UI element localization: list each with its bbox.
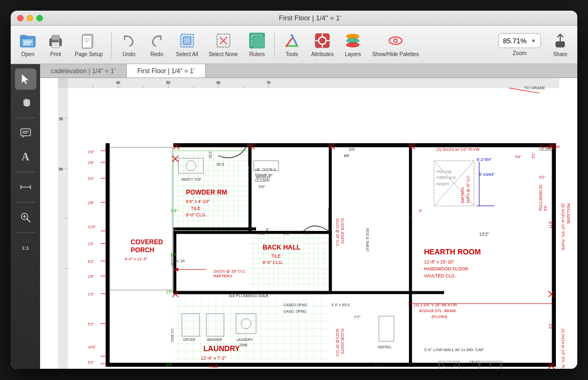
sidebar-divider-2: [16, 172, 35, 172]
svg-text:2'4": 2'4": [88, 150, 95, 154]
svg-text:13'2": 13'2": [479, 231, 489, 237]
svg-point-48: [346, 38, 359, 43]
svg-text:TILE: TILE: [208, 363, 218, 369]
svg-rect-175: [552, 143, 556, 364]
svg-text:6'2": 6'2": [539, 175, 546, 179]
show-hide-label: Show/Hide Palettes: [372, 51, 419, 57]
arrow-tool[interactable]: [15, 68, 36, 90]
separator-1: [111, 32, 112, 58]
svg-point-47: [346, 34, 359, 38]
tools-button[interactable]: Tools: [279, 30, 305, 59]
tab-cadelevation[interactable]: cadelevation | 1/4" = 1': [40, 64, 127, 77]
redo-icon: [148, 32, 165, 49]
zoom-tool[interactable]: [15, 207, 36, 228]
svg-text:LAUNDRY: LAUNDRY: [236, 338, 253, 342]
svg-text:BACK HALL: BACK HALL: [262, 244, 301, 251]
print-label: Print: [50, 51, 61, 57]
undo-icon: [120, 32, 137, 49]
open-label: Open: [21, 51, 34, 57]
svg-rect-56: [21, 129, 30, 136]
svg-text:REFRIG.: REFRIG.: [378, 345, 392, 349]
svg-rect-69: [58, 78, 68, 88]
svg-text:5' 43/64": 5' 43/64": [479, 172, 494, 177]
svg-text:1'5": 1'5": [166, 290, 173, 294]
svg-point-39: [291, 34, 293, 36]
svg-rect-18: [183, 37, 191, 44]
zoom-label: Zoom: [513, 50, 527, 56]
svg-rect-181: [409, 143, 412, 364]
svg-text:POWDER RM: POWDER RM: [186, 189, 227, 196]
text-tool[interactable]: A: [15, 146, 36, 167]
svg-text:93.5: 93.5: [208, 151, 212, 158]
svg-text:6'4" x 4'-10": 6'4" x 4'-10": [186, 199, 210, 204]
svg-rect-183: [329, 231, 332, 293]
tab-bar: cadelevation | 1/4" = 1' First Floor | 1…: [40, 64, 577, 78]
share-label: Share: [553, 51, 568, 57]
svg-text:(2) 2x12's w/ 1/2" STL. PLATE: (2) 2x12's w/ 1/2" STL. PLATE: [561, 329, 565, 369]
svg-text:DN. 2R: DN. 2R: [173, 259, 185, 263]
redo-label: Redo: [150, 51, 163, 57]
svg-text:7'7": 7'7": [354, 315, 361, 320]
minimize-button[interactable]: [27, 15, 33, 21]
svg-point-11: [58, 40, 60, 42]
share-icon: [552, 32, 569, 49]
svg-text:5'6": 5'6": [259, 184, 266, 189]
svg-rect-293: [379, 316, 394, 342]
svg-point-40: [296, 45, 298, 47]
attributes-button[interactable]: Attributes: [307, 30, 338, 59]
tab-firstfloor[interactable]: First Floor | 1/4" = 1': [127, 64, 206, 77]
select-all-button[interactable]: Select All: [172, 30, 202, 59]
open-button[interactable]: Open: [15, 30, 41, 59]
svg-text:93.5: 93.5: [216, 162, 225, 167]
select-all-label: Select All: [176, 51, 198, 57]
close-button[interactable]: [17, 15, 24, 21]
tools-icon: [283, 32, 300, 49]
zoom-control[interactable]: 85.71% ▼: [498, 33, 541, 48]
svg-rect-67: [58, 78, 560, 88]
layers-button[interactable]: Layers: [340, 30, 366, 59]
svg-text:2'8": 2'8": [88, 201, 95, 205]
svg-text:HEARTH ROOM: HEARTH ROOM: [424, 247, 481, 256]
svg-text:8": 8": [266, 293, 270, 297]
comment-tool[interactable]: [15, 122, 36, 144]
svg-text:PDX1-32X80: PDX1-32X80: [567, 203, 570, 224]
dimension-tool[interactable]: [15, 176, 36, 198]
select-none-button[interactable]: Select None: [204, 30, 242, 59]
show-hide-icon: [387, 32, 404, 49]
svg-text:LAUNDRY: LAUNDRY: [204, 344, 241, 353]
separator-2: [274, 32, 275, 58]
print-button[interactable]: Print: [43, 30, 68, 59]
redo-button[interactable]: Redo: [144, 30, 169, 59]
traffic-lights: [17, 15, 43, 21]
print-icon: [47, 32, 64, 49]
svg-text:U1-3022: U1-3022: [171, 329, 174, 342]
maximize-button[interactable]: [36, 15, 43, 21]
svg-text:50: 50: [166, 81, 171, 84]
svg-text:2'9": 2'9": [88, 275, 95, 278]
svg-text:15'4": 15'4": [469, 360, 479, 365]
svg-text:BENCH: BENCH: [256, 175, 270, 180]
undo-button[interactable]: Undo: [116, 30, 142, 59]
svg-rect-176: [106, 363, 556, 367]
share-button[interactable]: Share: [547, 30, 573, 59]
hand-tool[interactable]: [15, 92, 36, 113]
svg-text:2'6": 2'6": [88, 161, 95, 165]
svg-text:1'5": 1'5": [166, 362, 173, 367]
scale-tool[interactable]: 1:1: [15, 237, 36, 259]
rulers-button[interactable]: Rulers: [244, 30, 270, 59]
floor-plan-svg: 40 50 60 70 50 60: [40, 78, 577, 369]
svg-text:COVERED: COVERED: [131, 238, 163, 246]
svg-rect-1: [20, 35, 27, 38]
show-hide-button[interactable]: Show/Hide Palettes: [368, 30, 423, 59]
svg-text:1'8": 1'8": [284, 231, 291, 236]
svg-text:6'2": 6'2": [88, 260, 95, 263]
attributes-icon: [314, 32, 331, 49]
svg-text:5'2": 5'2": [88, 177, 95, 181]
svg-text:RAFTERS: RAFTERS: [461, 187, 465, 203]
canvas-area[interactable]: 40 50 60 70 50 60: [40, 78, 577, 369]
svg-text:11'8": 11'8": [548, 220, 552, 228]
svg-text:9'-0" CLG.: 9'-0" CLG.: [186, 212, 207, 218]
select-all-icon: [179, 32, 196, 49]
left-sidebar: A 1:1: [11, 64, 40, 369]
page-setup-button[interactable]: Page Setup: [71, 30, 107, 59]
